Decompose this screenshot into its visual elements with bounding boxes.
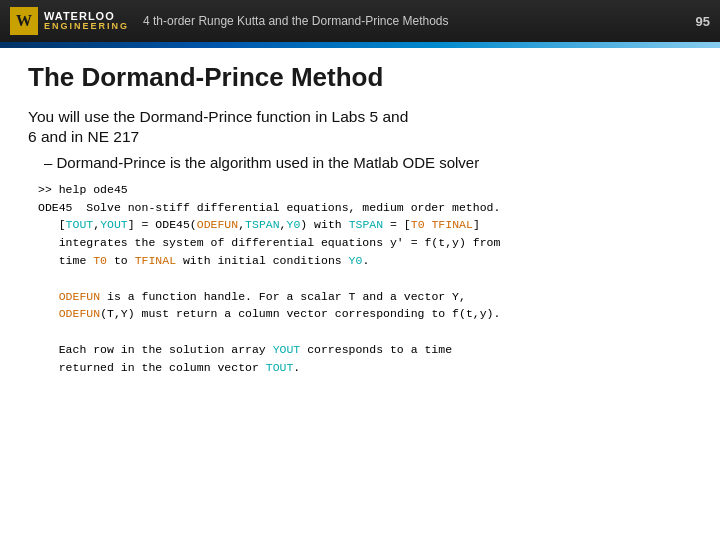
intro-line1: You will use the Dormand-Prince function…	[28, 108, 408, 125]
w-logo-icon: W	[10, 7, 38, 35]
code-line-2: ODE45 Solve non-stiff differential equat…	[38, 199, 692, 217]
code-line-8: ODEFUN(T,Y) must return a column vector …	[38, 305, 692, 323]
waterloo-logo-text: WATERLOO ENGINEERING	[44, 11, 129, 31]
code-line-10: Each row in the solution array YOUT corr…	[38, 341, 692, 359]
code-line-1: >> help ode45	[38, 181, 692, 199]
engineering-text: ENGINEERING	[44, 22, 129, 31]
intro-text: You will use the Dormand-Prince function…	[28, 107, 692, 147]
logo-area: W WATERLOO ENGINEERING	[10, 7, 129, 35]
code-line-11: returned in the column vector TOUT.	[38, 359, 692, 377]
code-block: >> help ode45 ODE45 Solve non-stiff diff…	[38, 181, 692, 377]
code-line-5: time T0 to TFINAL with initial condition…	[38, 252, 692, 270]
code-line-7: ODEFUN is a function handle. For a scala…	[38, 288, 692, 306]
code-line-3: [TOUT,YOUT] = ODE45(ODEFUN,TSPAN,Y0) wit…	[38, 216, 692, 234]
main-content: The Dormand-Prince Method You will use t…	[0, 48, 720, 395]
code-line-6	[38, 270, 692, 288]
code-line-9	[38, 323, 692, 341]
code-line-4: integrates the system of differential eq…	[38, 234, 692, 252]
slide-title: The Dormand-Prince Method	[28, 62, 692, 93]
bullet-item: Dormand-Prince is the algorithm used in …	[44, 153, 692, 173]
header-bar: W WATERLOO ENGINEERING 4 th-order Runge …	[0, 0, 720, 42]
header-title: 4 th-order Runge Kutta and the Dormand-P…	[143, 14, 449, 28]
page-number: 95	[696, 14, 710, 29]
intro-line2: 6 and in NE 217	[28, 128, 139, 145]
